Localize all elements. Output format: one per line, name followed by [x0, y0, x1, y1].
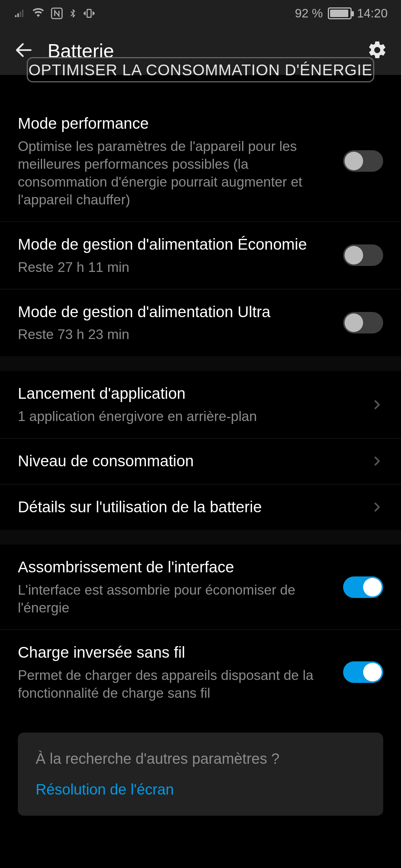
nfc-icon	[50, 7, 63, 20]
row-darken-interface[interactable]: Assombrissement de l'interface L'interfa…	[0, 545, 401, 629]
row-subtitle: L'interface est assombrie pour économise…	[18, 581, 332, 617]
row-reverse-charge[interactable]: Charge inversée sans fil Permet de charg…	[0, 629, 401, 715]
svg-rect-1	[87, 9, 91, 17]
battery-icon	[328, 7, 352, 19]
battery-percent: 92 %	[295, 6, 323, 20]
optimize-button-label: OPTIMISER LA CONSOMMATION D'ÉNERGIE	[28, 61, 373, 79]
status-bar: 92 % 14:20	[0, 0, 401, 27]
economy-switch[interactable]	[343, 244, 383, 266]
row-title: Détails sur l'utilisation de la batterie	[18, 497, 359, 517]
reverse-charge-switch[interactable]	[343, 661, 383, 683]
other-settings-question: À la recherche d'autres paramètres ?	[36, 750, 365, 767]
row-title: Assombrissement de l'interface	[18, 557, 332, 578]
content: OPTIMISER LA CONSOMMATION D'ÉNERGIE Mode…	[0, 75, 401, 816]
row-consumption-level[interactable]: Niveau de consommation	[0, 438, 401, 484]
row-subtitle: Reste 27 h 11 min	[18, 259, 332, 276]
row-title: Lancement d'application	[18, 384, 359, 404]
optimize-button[interactable]: OPTIMISER LA CONSOMMATION D'ÉNERGIE	[27, 57, 374, 82]
row-subtitle: 1 application énergivore en arrière-plan	[18, 408, 359, 425]
row-ultra-mode[interactable]: Mode de gestion d'alimentation Ultra Res…	[0, 289, 401, 356]
row-title: Niveau de consommation	[18, 451, 359, 471]
darken-switch[interactable]	[343, 576, 383, 598]
signal-icon	[13, 8, 26, 19]
other-settings-box: À la recherche d'autres paramètres ? Rés…	[18, 733, 383, 816]
row-title: Charge inversée sans fil	[18, 642, 332, 663]
performance-switch[interactable]	[343, 150, 383, 172]
row-battery-details[interactable]: Détails sur l'utilisation de la batterie	[0, 484, 401, 530]
row-title: Mode performance	[18, 114, 332, 134]
vibrate-icon	[82, 7, 96, 19]
clock: 14:20	[357, 6, 388, 20]
status-left	[13, 7, 96, 20]
ultra-switch[interactable]	[343, 312, 383, 333]
bluetooth-icon	[68, 7, 77, 20]
row-title: Mode de gestion d'alimentation Économie	[18, 234, 332, 255]
status-right: 92 % 14:20	[295, 6, 388, 20]
row-economy-mode[interactable]: Mode de gestion d'alimentation Économie …	[0, 221, 401, 289]
screen-resolution-link[interactable]: Résolution de l'écran	[36, 781, 365, 798]
chevron-right-icon	[371, 398, 383, 411]
chevron-right-icon	[371, 455, 383, 467]
row-subtitle: Permet de charger des appareils disposan…	[18, 667, 332, 702]
row-title: Mode de gestion d'alimentation Ultra	[18, 302, 332, 322]
row-subtitle: Optimise les paramètres de l'appareil po…	[18, 138, 332, 209]
row-performance-mode[interactable]: Mode performance Optimise les paramètres…	[0, 114, 401, 221]
row-app-launch[interactable]: Lancement d'application 1 application én…	[0, 371, 401, 438]
row-subtitle: Reste 73 h 23 min	[18, 326, 332, 343]
chevron-right-icon	[371, 501, 383, 513]
wifi-icon	[31, 8, 45, 19]
